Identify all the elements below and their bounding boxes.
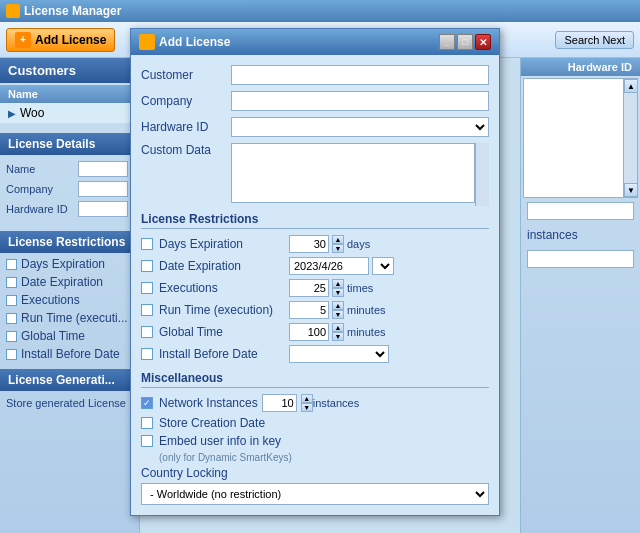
global-time-input[interactable] [289, 323, 329, 341]
sidebar-exec-checkbox[interactable] [6, 295, 17, 306]
embed-user-checkbox[interactable] [141, 435, 153, 447]
install-before-row: Install Before Date [141, 345, 489, 363]
modal-close-button[interactable]: ✕ [475, 34, 491, 50]
date-select[interactable] [372, 257, 394, 275]
run-time-spinner[interactable]: ▲ ▼ [332, 301, 344, 319]
executions-spinner[interactable]: ▲ ▼ [332, 279, 344, 297]
left-sidebar: Customers Name ▶ Woo License Details Nam… [0, 58, 140, 533]
network-instances-spinner[interactable]: ▲ ▼ [301, 394, 313, 412]
exec-up[interactable]: ▲ [332, 279, 344, 288]
sidebar-install-checkbox[interactable] [6, 349, 17, 360]
embed-user-label: Embed user info in key [159, 434, 281, 448]
embed-user-note: (only for Dynamic SmartKeys) [159, 452, 489, 463]
sidebar-runtime-checkbox[interactable] [6, 313, 17, 324]
sidebar-date-expiration: Date Expiration [0, 273, 139, 291]
misc-header: Miscellaneous [141, 371, 489, 388]
customer-modal-input[interactable] [231, 65, 489, 85]
sidebar-date-checkbox[interactable] [6, 277, 17, 288]
scroll-down-btn[interactable]: ▼ [624, 183, 638, 197]
company-label: Company [6, 183, 74, 195]
hardware-id-modal-label: Hardware ID [141, 120, 231, 134]
net-up[interactable]: ▲ [301, 394, 313, 403]
add-license-modal: Add License _ □ ✕ Customer Company Hardw… [130, 28, 500, 516]
executions-label: Executions [159, 281, 289, 295]
modal-title-text: Add License [159, 35, 230, 49]
runtime-down[interactable]: ▼ [332, 310, 344, 319]
modal-minimize[interactable]: _ [439, 34, 455, 50]
search-next-button[interactable]: Search Next [555, 31, 634, 49]
store-creation-label: Store Creation Date [159, 416, 265, 430]
days-spinner[interactable]: ▲ ▼ [332, 235, 344, 253]
globaltime-up[interactable]: ▲ [332, 323, 344, 332]
days-value-input[interactable] [289, 235, 329, 253]
globaltime-down[interactable]: ▼ [332, 332, 344, 341]
global-time-spinner[interactable]: ▲ ▼ [332, 323, 344, 341]
company-modal-input[interactable] [231, 91, 489, 111]
global-time-label: Global Time [159, 325, 289, 339]
date-expiration-label: Date Expiration [159, 259, 289, 273]
sidebar-install-before: Install Before Date [0, 345, 139, 363]
run-time-row: Run Time (execution) ▲ ▼ minutes [141, 301, 489, 319]
days-up[interactable]: ▲ [332, 235, 344, 244]
date-expiration-checkbox[interactable] [141, 260, 153, 272]
company-field-row: Company [141, 91, 489, 111]
add-license-icon: + [15, 32, 31, 48]
name-input[interactable] [78, 161, 128, 177]
hardware-id-modal-select[interactable] [231, 117, 489, 137]
run-time-checkbox[interactable] [141, 304, 153, 316]
date-expiration-row: Date Expiration [141, 257, 489, 275]
date-value-input[interactable] [289, 257, 369, 275]
scrollbar-v[interactable]: ▲ ▼ [623, 79, 637, 197]
license-details-fields: Name Company Hardware ID [0, 157, 139, 225]
company-input[interactable] [78, 181, 128, 197]
install-before-label: Install Before Date [159, 347, 289, 361]
net-down[interactable]: ▼ [301, 403, 313, 412]
days-down[interactable]: ▼ [332, 244, 344, 253]
days-expiration-checkbox[interactable] [141, 238, 153, 250]
install-before-select[interactable] [289, 345, 389, 363]
sidebar-global-time: Global Time [0, 327, 139, 345]
modal-title-bar: Add License _ □ ✕ [131, 29, 499, 55]
store-creation-row: Store Creation Date [141, 416, 489, 430]
license-details-header: License Details [0, 133, 139, 155]
sidebar-days-expiration: Days Expiration [0, 255, 139, 273]
network-instances-input[interactable] [262, 394, 297, 412]
sidebar-days-checkbox[interactable] [6, 259, 17, 270]
run-time-input[interactable] [289, 301, 329, 319]
name-column-header: Name [0, 85, 139, 103]
country-locking-select[interactable]: - Worldwide (no restriction) [141, 483, 489, 505]
network-instances-checkbox[interactable] [141, 397, 153, 409]
store-creation-checkbox[interactable] [141, 417, 153, 429]
restrictions-section-header: License Restrictions [0, 231, 139, 253]
right-field-1 [527, 202, 634, 220]
app-icon [6, 4, 20, 18]
instances-row: instances [521, 224, 640, 246]
customer-row[interactable]: ▶ Woo [0, 103, 139, 123]
days-unit: days [347, 238, 370, 250]
search-area: Search Next [555, 31, 634, 49]
custom-data-input[interactable] [231, 143, 475, 203]
sidebar-globaltime-checkbox[interactable] [6, 331, 17, 342]
modal-maximize[interactable]: □ [457, 34, 473, 50]
days-expiration-row: Days Expiration ▲ ▼ days [141, 235, 489, 253]
right-column: Hardware ID ▲ ▼ instances [520, 58, 640, 533]
customers-header: Customers [0, 58, 139, 83]
hardware-id-input[interactable] [78, 201, 128, 217]
custom-data-field-row: Custom Data [141, 143, 489, 206]
global-time-checkbox[interactable] [141, 326, 153, 338]
hardware-id-scroll: ▲ ▼ [523, 78, 638, 198]
add-license-button[interactable]: + Add License [6, 28, 115, 52]
scroll-up-btn[interactable]: ▲ [624, 79, 638, 93]
window-title: License Manager [24, 4, 121, 18]
install-before-value [289, 345, 389, 363]
exec-down[interactable]: ▼ [332, 288, 344, 297]
executions-checkbox[interactable] [141, 282, 153, 294]
runtime-up[interactable]: ▲ [332, 301, 344, 310]
global-time-row: Global Time ▲ ▼ minutes [141, 323, 489, 341]
store-generated-label: Store generated License [0, 393, 139, 413]
install-before-checkbox[interactable] [141, 348, 153, 360]
days-expiration-value: ▲ ▼ days [289, 235, 370, 253]
textarea-scrollbar [475, 143, 489, 206]
executions-input[interactable] [289, 279, 329, 297]
row-arrow: ▶ [8, 108, 16, 119]
